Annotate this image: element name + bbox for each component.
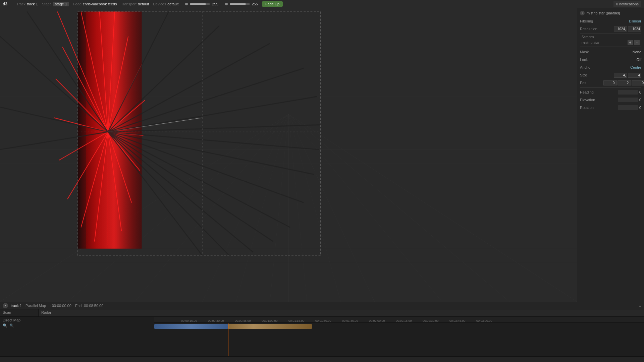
filtering-row: Filtering Bilinear <box>580 18 641 24</box>
app-name: d3 <box>3 2 7 6</box>
track-item: Track track 1 <box>16 2 38 6</box>
timeline-area: Direct Map 🔍 🔍 00:00:15.00 00:00:30.00 0… <box>0 317 644 356</box>
loop-button[interactable]: ↺ <box>277 359 286 362</box>
vol-value-2: 255 <box>252 2 258 6</box>
info-icon[interactable]: i <box>580 11 585 15</box>
heading-slider[interactable] <box>618 90 638 95</box>
resolution-y-input[interactable] <box>628 26 641 32</box>
vol-value-1: 255 <box>212 2 218 6</box>
size-y-input[interactable] <box>628 73 641 78</box>
mask-row: Mask None <box>580 49 641 55</box>
rotation-slider[interactable] <box>618 105 638 110</box>
lock-row: Lock Off <box>580 57 641 63</box>
bottom-area: ● track 1 Parallel Map +00:00:00.00 End … <box>0 302 644 362</box>
scan-radar-row: Scan Radar <box>0 309 644 317</box>
size-row: Size <box>580 72 641 78</box>
resolution-row: Resolution <box>580 26 641 32</box>
track-right[interactable]: 00:00:15.00 00:00:30.00 00:00:45.00 00:0… <box>154 317 644 356</box>
zoom-out-icon[interactable]: 🔍 <box>9 323 14 328</box>
cue-down-button[interactable]: ▼ <box>374 359 383 362</box>
pos-x-input[interactable] <box>603 80 617 85</box>
record-button[interactable]: ● <box>390 359 399 362</box>
timeline-track-content[interactable] <box>154 323 644 356</box>
track-header: ● track 1 Parallel Map +00:00:00.00 End … <box>0 302 644 309</box>
screens-remove-button[interactable]: - <box>634 40 640 45</box>
vol-fill-2 <box>230 3 246 5</box>
track-left: Direct Map 🔍 🔍 <box>0 317 154 356</box>
elevation-row: Elevation 0 <box>580 97 641 103</box>
timeline-ruler: 00:00:15.00 00:00:30.00 00:00:45.00 00:0… <box>154 317 644 323</box>
direct-map-label: Direct Map <box>3 318 20 322</box>
viewport[interactable] <box>0 8 577 302</box>
size-x-input[interactable] <box>614 73 627 78</box>
transport-bar: ▶ ▶| ↺ ■ |◀ ▶| ⟲ ▲ ▼ ● chris-macbook 60 … <box>0 356 644 362</box>
volume-section-2: 255 <box>225 2 258 6</box>
anchor-row: Anchor Centre <box>580 64 641 70</box>
main-area: i mistrip star (parallel) Filtering Bili… <box>0 8 644 302</box>
panel-toggle-right[interactable]: ≡ <box>639 304 641 308</box>
zoom-in-icon[interactable]: 🔍 <box>3 323 7 328</box>
transport-item: Transport default <box>121 2 149 6</box>
notifications-button[interactable]: 0 notifications <box>613 1 641 7</box>
pos-y-input[interactable] <box>618 80 631 85</box>
scan-label: Scan <box>0 309 39 316</box>
resolution-x-input[interactable] <box>614 26 627 32</box>
right-panel: i mistrip star (parallel) Filtering Bili… <box>577 8 644 302</box>
scan-bar[interactable] <box>154 324 228 329</box>
track-toggle[interactable]: ● <box>3 303 8 308</box>
stop-button[interactable]: ■ <box>293 359 303 362</box>
rotation-row: Rotation 0 <box>580 105 641 111</box>
vol-dot-2 <box>225 3 228 5</box>
panel-title: i mistrip star (parallel) <box>580 11 641 15</box>
cue-up-button[interactable]: ▲ <box>358 359 367 362</box>
skip-forward-button[interactable]: ▶| <box>325 359 335 362</box>
screens-add-button[interactable]: + <box>628 40 633 45</box>
rewind-button[interactable]: ⟲ <box>341 359 351 362</box>
vol-dot-1 <box>185 3 188 5</box>
vol-slider-2[interactable] <box>230 3 250 5</box>
top-bar: d3 | Track track 1 Stage stage 1 Feed ch… <box>0 0 644 8</box>
feed-item: Feed chris-macbook feeds <box>73 2 117 6</box>
pos-z-input[interactable] <box>632 80 644 85</box>
viewport-svg <box>0 8 577 302</box>
elevation-slider[interactable] <box>618 98 638 102</box>
skip-back-button[interactable]: |◀ <box>309 359 319 362</box>
vol-fill-1 <box>190 3 206 5</box>
pos-row: Pos <box>580 80 641 86</box>
fade-up-button[interactable]: Fade Up <box>262 1 283 7</box>
radar-bar[interactable] <box>228 324 312 329</box>
play-button[interactable]: ▶ <box>245 359 254 362</box>
vol-slider-1[interactable] <box>190 3 210 5</box>
stage-item: Stage stage 1 <box>42 2 69 6</box>
playhead[interactable] <box>228 323 228 356</box>
devices-item: Devices default <box>153 2 178 6</box>
screens-section: Screens mistrip star + - <box>580 34 641 47</box>
play-advance-button[interactable]: ▶| <box>261 359 270 362</box>
heading-row: Heading 0 <box>580 89 641 95</box>
radar-label: Radar <box>39 309 644 316</box>
volume-section-1: 255 <box>185 2 218 6</box>
